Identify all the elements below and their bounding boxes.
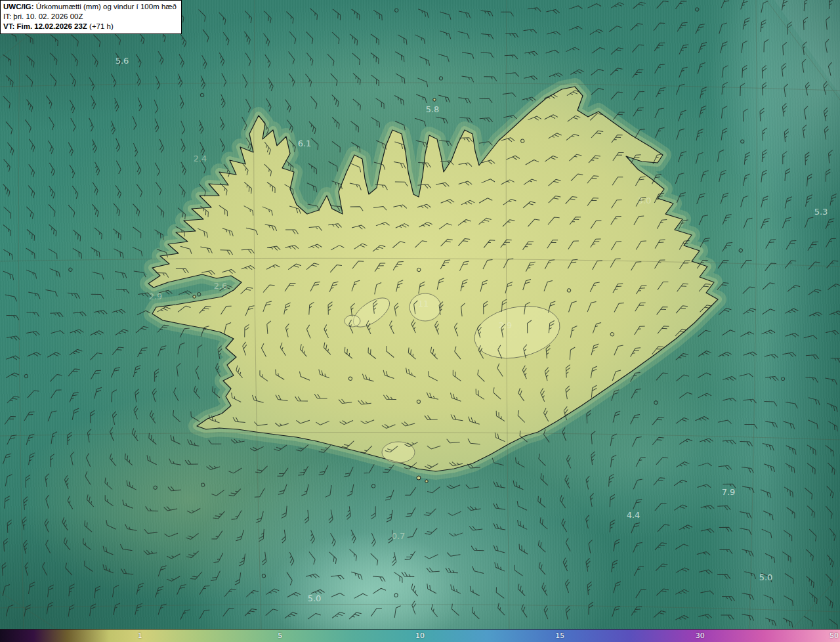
map-value-label: 5.0 bbox=[759, 572, 773, 582]
colorbar-tick: 30 bbox=[696, 631, 705, 640]
wind-barb bbox=[700, 86, 707, 99]
wind-barb bbox=[826, 330, 839, 337]
wind-barb bbox=[828, 282, 840, 293]
map-value-label: 5.6 bbox=[116, 56, 129, 66]
wind-barb bbox=[25, 186, 36, 198]
wind-barb bbox=[781, 618, 794, 628]
wind-barb bbox=[719, 527, 732, 532]
wind-barb bbox=[675, 614, 688, 624]
map-value-label: 2.6 bbox=[214, 281, 228, 291]
wind-barb bbox=[26, 433, 34, 446]
wind-barb bbox=[825, 463, 837, 475]
wind-barb bbox=[802, 616, 815, 627]
wind-barb bbox=[655, 62, 665, 75]
wind-barb bbox=[679, 66, 688, 79]
wind-barb bbox=[675, 543, 688, 553]
wind-barb bbox=[633, 541, 642, 554]
colorbar-tick-labels: 1510153050 bbox=[0, 630, 840, 642]
wind-barb bbox=[24, 410, 35, 423]
wind-barb bbox=[804, 335, 817, 342]
wind-barb bbox=[823, 596, 835, 608]
wind-barb bbox=[633, 0, 646, 12]
map-value-label: 5.8 bbox=[426, 104, 440, 114]
wind-barb bbox=[719, 549, 732, 554]
wind-barb bbox=[5, 414, 16, 427]
wind-barb bbox=[609, 24, 621, 35]
init-time-line: IT: þri. 10. 02. 2026 00Z bbox=[3, 12, 177, 22]
wind-barb bbox=[3, 452, 11, 466]
wind-barb bbox=[744, 572, 757, 579]
map-value-label: 2.9 bbox=[149, 291, 163, 301]
map-title-text: Úrkomumætti (mm) og vindur í 100m hæð bbox=[34, 3, 177, 11]
wind-barb bbox=[675, 588, 688, 598]
wind-barb bbox=[72, 408, 79, 421]
wind-barb bbox=[675, 0, 686, 12]
wind-barb bbox=[632, 43, 644, 55]
map-value-label: 0.7 bbox=[392, 531, 406, 541]
colorbar-tick: 50 bbox=[830, 631, 839, 640]
valid-time-label: VT: Fim. 12.02.2026 23Z bbox=[3, 22, 87, 30]
wind-barb bbox=[1, 225, 13, 236]
wind-barb bbox=[761, 511, 774, 520]
wind-barb bbox=[784, 507, 797, 518]
wind-barb bbox=[722, 597, 735, 601]
wind-barb bbox=[2, 271, 16, 280]
wind-barb bbox=[654, 609, 666, 621]
wind-barb bbox=[698, 614, 711, 621]
wind-barb bbox=[45, 140, 55, 154]
wind-barb bbox=[48, 410, 56, 423]
wind-barb bbox=[807, 593, 819, 604]
wind-barb bbox=[1, 207, 13, 219]
wind-barb bbox=[805, 377, 818, 383]
wind-barb bbox=[782, 421, 796, 429]
wind-barb bbox=[807, 420, 820, 429]
wind-barb bbox=[1, 249, 14, 259]
wind-barb bbox=[804, 576, 816, 588]
wind-barb bbox=[698, 62, 705, 75]
wind-barb bbox=[656, 562, 667, 574]
wind-barb bbox=[528, 7, 541, 13]
wind-barb bbox=[826, 421, 839, 431]
wind-barb bbox=[721, 615, 734, 620]
wind-barb bbox=[807, 529, 818, 541]
wind-barb bbox=[7, 395, 20, 406]
wind-barb bbox=[762, 595, 776, 603]
wind-barb bbox=[824, 378, 837, 385]
wind-barb bbox=[782, 596, 795, 606]
wind-barb bbox=[805, 445, 818, 456]
wind-barb bbox=[655, 541, 667, 553]
wind-barb bbox=[739, 528, 752, 535]
map-info-box: UWC/IG: Úrkomumætti (mm) og vindur í 100… bbox=[0, 0, 182, 34]
wind-barb bbox=[677, 20, 687, 33]
wind-barb bbox=[697, 551, 711, 558]
colorbar-tick: 1 bbox=[138, 631, 142, 640]
wind-barb bbox=[26, 139, 36, 152]
wind-barb bbox=[824, 555, 835, 567]
wind-barb bbox=[51, 387, 61, 400]
map-value-label: 3.0 bbox=[638, 196, 652, 205]
colorbar-tick: 5 bbox=[278, 631, 282, 640]
wind-barb bbox=[611, 1, 624, 11]
wind-barb bbox=[4, 142, 15, 155]
wind-barb bbox=[588, 3, 601, 12]
wind-barb bbox=[24, 207, 35, 219]
wind-barb bbox=[46, 163, 56, 176]
wind-barb bbox=[826, 236, 836, 249]
wind-barb bbox=[65, 142, 75, 156]
wind-barb bbox=[822, 506, 834, 519]
wind-barb bbox=[657, 0, 669, 11]
wind-barb bbox=[822, 574, 834, 586]
map-value-label: 5.3 bbox=[814, 207, 828, 217]
wind-barb bbox=[0, 184, 12, 197]
valid-time-line: VT: Fim. 12.02.2026 23Z (+71 h) bbox=[3, 22, 177, 32]
wind-barb bbox=[679, 43, 688, 56]
wind-barb bbox=[760, 529, 773, 538]
wind-barb bbox=[569, 5, 583, 13]
wind-barb bbox=[5, 473, 12, 486]
map-value-label: 5.0 bbox=[308, 593, 322, 603]
wind-barb bbox=[823, 445, 835, 456]
wind-barb bbox=[656, 587, 669, 599]
wind-barb bbox=[782, 530, 795, 541]
wind-barb bbox=[784, 446, 797, 455]
lead-time-text: (+71 h) bbox=[87, 22, 114, 30]
